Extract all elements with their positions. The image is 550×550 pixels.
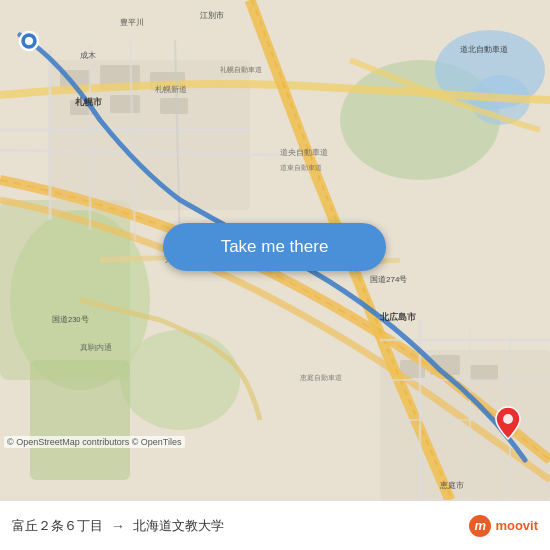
svg-text:豊平川: 豊平川	[120, 18, 144, 27]
destination-label: 北海道文教大学	[133, 517, 224, 535]
svg-text:道東自動車道: 道東自動車道	[280, 164, 322, 171]
svg-text:道央自動車道: 道央自動車道	[280, 148, 328, 157]
destination-marker	[494, 405, 522, 445]
svg-text:真駒内通: 真駒内通	[80, 343, 112, 352]
moovit-icon	[469, 515, 491, 537]
svg-text:江別市: 江別市	[200, 11, 224, 20]
svg-rect-13	[110, 95, 140, 113]
moovit-text: moovit	[495, 518, 538, 533]
svg-text:国道230号: 国道230号	[52, 315, 89, 324]
map-container: 成木 豊平川 江別市 道北自動車道 札幌市 札幌新道 礼幌自動車道 道央自動車道…	[0, 0, 550, 500]
route-arrow: →	[111, 518, 125, 534]
svg-text:恵庭自動車道: 恵庭自動車道	[299, 374, 342, 381]
origin-marker	[18, 30, 40, 56]
map-attribution: © OpenStreetMap contributors © OpenTiles	[4, 436, 185, 448]
svg-text:恵庭市: 恵庭市	[439, 481, 464, 490]
svg-rect-5	[30, 360, 130, 480]
moovit-logo: moovit	[469, 515, 538, 537]
route-info: 富丘２条６丁目 → 北海道文教大学	[12, 517, 224, 535]
svg-text:道北自動車道: 道北自動車道	[460, 45, 508, 54]
svg-point-48	[25, 37, 33, 45]
svg-rect-18	[470, 365, 498, 380]
svg-text:札幌市: 札幌市	[74, 96, 103, 107]
take-me-there-button[interactable]: Take me there	[163, 223, 386, 271]
svg-rect-14	[160, 98, 188, 114]
svg-text:礼幌自動車道: 礼幌自動車道	[220, 66, 262, 73]
svg-text:北広島市: 北広島市	[379, 311, 416, 322]
svg-text:国道274号: 国道274号	[370, 275, 407, 284]
svg-point-2	[120, 330, 240, 430]
bottom-bar: 富丘２条６丁目 → 北海道文教大学 moovit	[0, 500, 550, 550]
svg-point-49	[503, 414, 513, 424]
svg-text:成木: 成木	[80, 51, 96, 60]
origin-label: 富丘２条６丁目	[12, 517, 103, 535]
svg-text:札幌新道: 札幌新道	[155, 85, 187, 94]
